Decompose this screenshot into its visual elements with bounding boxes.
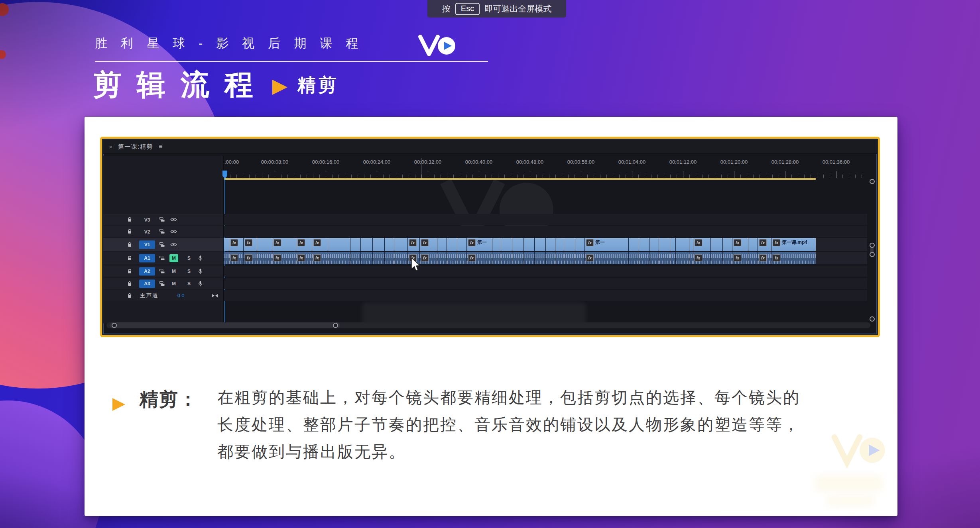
source-patch-icon[interactable] — [159, 281, 165, 286]
sequence-tab[interactable]: 第一课:精剪 — [118, 143, 153, 151]
timeline-clip[interactable] — [523, 252, 534, 264]
timeline-clip[interactable] — [564, 252, 575, 264]
timeline-clip[interactable]: fx — [296, 238, 312, 251]
scrollbar-handle[interactable] — [870, 179, 875, 184]
timeline-clip[interactable]: fx — [296, 252, 312, 264]
track-target-V2[interactable]: V2 — [139, 228, 155, 236]
track-lock-icon[interactable] — [127, 293, 132, 298]
horizontal-scrollbar-knob[interactable] — [110, 322, 340, 328]
timeline-clip[interactable]: fx — [732, 252, 748, 264]
tab-close-icon[interactable]: × — [109, 143, 112, 150]
timeline-clip[interactable] — [257, 252, 272, 264]
timeline-clip[interactable] — [711, 252, 722, 264]
voiceover-record-icon[interactable] — [198, 268, 203, 274]
timeline-clip[interactable] — [385, 252, 394, 264]
timeline-clip[interactable] — [555, 252, 564, 264]
timeline-clip[interactable]: fx — [408, 238, 419, 251]
timeline-clip[interactable]: fx — [420, 238, 437, 251]
timeline-clip[interactable]: fx — [771, 252, 816, 264]
timeline-clip[interactable]: fx — [272, 238, 296, 251]
collapse-track-icon[interactable] — [212, 294, 218, 298]
timeline-clip[interactable]: fx — [272, 252, 296, 264]
timeline-clip[interactable]: fx — [244, 238, 257, 251]
track-target-A2[interactable]: A2 — [139, 267, 155, 275]
timeline-clip[interactable]: fx — [312, 252, 328, 264]
voiceover-record-icon[interactable] — [198, 281, 203, 287]
timeline-clip[interactable] — [629, 252, 639, 264]
timeline-clip[interactable] — [689, 252, 693, 264]
timeline-clip[interactable] — [350, 252, 360, 264]
timeline-clip[interactable]: fx第一 — [467, 238, 492, 251]
timeline-clip[interactable] — [575, 238, 584, 251]
timeline-clip[interactable] — [501, 252, 512, 264]
timeline-clip[interactable] — [394, 238, 407, 251]
track-lock-icon[interactable] — [127, 269, 132, 274]
track-lock-icon[interactable] — [127, 281, 132, 286]
track-lock-icon[interactable] — [127, 217, 132, 222]
track-target-A3[interactable]: A3 — [139, 279, 155, 288]
timeline-clip[interactable]: fx — [420, 252, 437, 264]
vertical-scrollbar[interactable] — [870, 140, 875, 334]
source-patch-icon[interactable] — [159, 255, 165, 261]
timeline-clip[interactable] — [373, 252, 384, 264]
track-lock-icon[interactable] — [127, 242, 132, 247]
panel-menu-icon[interactable]: ≡ — [159, 143, 162, 150]
timeline-clip[interactable]: fx — [467, 252, 492, 264]
timeline-clip[interactable] — [394, 252, 407, 264]
timeline-clip[interactable] — [676, 238, 689, 251]
track-target-V1[interactable]: V1 — [139, 240, 155, 249]
toggle-track-output-icon[interactable] — [170, 230, 177, 234]
timeline-clip[interactable] — [659, 238, 670, 251]
timeline-clip[interactable] — [457, 252, 466, 264]
mute-button[interactable]: M — [169, 254, 178, 262]
timeline-clip[interactable]: fx — [312, 238, 328, 251]
timeline-clip[interactable] — [492, 238, 501, 251]
timeline-clip[interactable] — [512, 238, 523, 251]
track-lock-icon[interactable] — [127, 255, 132, 261]
track-lock-icon[interactable] — [127, 229, 132, 234]
timeline-clip[interactable] — [670, 252, 675, 264]
timeline-clip[interactable] — [555, 238, 564, 251]
timeline-clip[interactable] — [748, 252, 758, 264]
timeline-clip[interactable] — [711, 238, 722, 251]
timeline-clip[interactable]: fx — [758, 252, 771, 264]
toggle-track-output-icon[interactable] — [170, 242, 177, 247]
timeline-clip[interactable]: fx — [732, 238, 748, 251]
mute-button[interactable]: M — [169, 267, 178, 275]
scrollbar-handle[interactable] — [333, 323, 338, 328]
timeline-clip[interactable] — [361, 238, 372, 251]
scrollbar-handle[interactable] — [870, 252, 875, 257]
solo-button[interactable]: S — [185, 267, 193, 275]
track-target-V3[interactable]: V3 — [139, 216, 155, 224]
voiceover-record-icon[interactable] — [198, 255, 203, 261]
track-target-A1[interactable]: A1 — [139, 254, 155, 262]
timeline-clip[interactable] — [350, 238, 360, 251]
timeline-clip[interactable] — [676, 252, 689, 264]
timeline-clip[interactable] — [437, 238, 447, 251]
timeline-clip[interactable] — [723, 238, 732, 251]
timeline-clip[interactable] — [224, 252, 229, 264]
timeline-clip[interactable]: fx — [244, 252, 257, 264]
timeline-clip[interactable] — [689, 238, 693, 251]
timeline-clip[interactable] — [535, 238, 545, 251]
timeline-clip[interactable] — [492, 252, 501, 264]
scrollbar-handle[interactable] — [112, 323, 117, 328]
source-patch-icon[interactable] — [159, 229, 165, 234]
timeline-clip[interactable] — [748, 238, 758, 251]
timeline-clip[interactable]: fx — [229, 252, 243, 264]
timeline-clip[interactable] — [328, 238, 350, 251]
timeline-clip[interactable] — [546, 238, 555, 251]
timeline-clip[interactable] — [670, 238, 675, 251]
timeline-clip[interactable] — [361, 252, 372, 264]
timeline-clip[interactable] — [639, 252, 649, 264]
timeline-clip[interactable] — [447, 252, 457, 264]
timeline-clip[interactable] — [328, 252, 350, 264]
timeline-clip[interactable]: fx — [229, 238, 243, 251]
source-patch-icon[interactable] — [159, 242, 165, 247]
timeline-clip[interactable]: fx — [693, 238, 710, 251]
master-volume-value[interactable]: 0.0 — [177, 293, 184, 298]
timeline-clip[interactable] — [257, 238, 272, 251]
source-patch-icon[interactable] — [159, 217, 165, 222]
timeline-clip[interactable] — [649, 238, 659, 251]
timeline-clip[interactable] — [639, 238, 649, 251]
